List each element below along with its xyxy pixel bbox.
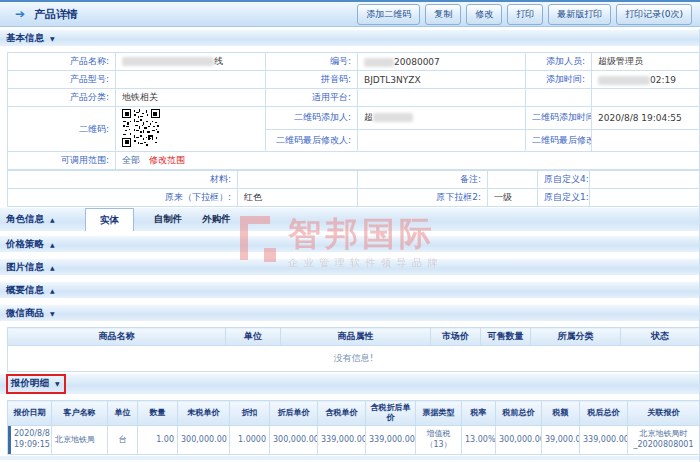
section-label-role-info: 角色信息 — [6, 213, 44, 226]
category-label: 产品分类: — [8, 89, 116, 107]
qr-added-time-label: 二维码添加时间: — [526, 107, 592, 130]
quote-invoice-type: 增值税（13） — [416, 426, 462, 455]
section-header-summary-info[interactable]: 概要信息 ▲ — [0, 281, 699, 298]
modify-scope-link[interactable]: 修改范围 — [149, 155, 185, 165]
goods-empty-row: 没有信息! — [8, 346, 700, 372]
section-header-wechat-goods[interactable]: 微信商品 ▼ — [0, 304, 699, 321]
custom1-label: 原自定义1: — [538, 189, 590, 207]
quote-col-price-excl-tax: 未税单价 — [178, 401, 230, 426]
added-time-label: 添加时间: — [526, 71, 592, 89]
quote-date: 2020/8/8 19:09:15 — [8, 426, 52, 455]
redacted-text — [364, 58, 394, 67]
quote-total-before-tax: 300,000.00 — [496, 426, 542, 455]
section-label-quote-detail: 报价明细 — [11, 377, 49, 390]
added-time-value: 02:19 — [592, 71, 700, 89]
quote-col-customer: 客户名称 — [52, 401, 108, 426]
quote-related-quote: 北京地铁局时_20200808001 — [628, 426, 700, 455]
tab-entity[interactable]: 实体 — [85, 208, 134, 231]
chevron-down-icon: ▼ — [50, 310, 55, 317]
qr-modified-by-value — [358, 129, 526, 152]
quote-table: 报价日期 客户名称 单位 数量 未税单价 折扣 折后单价 含税单价 含税折后单价… — [7, 400, 700, 455]
qr-modified-time-value — [592, 129, 700, 152]
qr-modified-by-label: 二维码最后修改人: — [266, 129, 358, 152]
bottom-strip — [0, 456, 699, 460]
qr-added-by-value: 超 — [358, 107, 526, 130]
quote-price-incl-tax: 339,000.00 — [318, 426, 366, 455]
basic-info-table-extra: 材料: 备注: 原自定义4: 原来（下拉框）: 红色 原下拉框2: 一级 原自定… — [7, 170, 700, 207]
section-header-basic-info[interactable]: 基本信息 ▼ — [0, 29, 699, 46]
empty-value-cell — [592, 89, 700, 107]
goods-header-row: 商品名称 单位 商品属性 市场价 可售数量 所属分类 状态 — [8, 328, 700, 346]
qrcode-label: 二维码: — [8, 107, 116, 152]
quote-unit-link[interactable]: 台 — [108, 426, 138, 455]
tab-self-made[interactable]: 自制件 — [144, 208, 193, 231]
quote-tax-amount: 39,000.00 — [542, 426, 580, 455]
old-dropdown-label: 原来（下拉框）: — [8, 189, 238, 207]
quote-row[interactable]: 2020/8/8 19:09:15 北京地铁局 台 1.00 300,000.0… — [8, 426, 700, 455]
section-header-price-strategy[interactable]: 价格策略 ▲ — [0, 235, 699, 252]
quote-header-row: 报价日期 客户名称 单位 数量 未税单价 折扣 折后单价 含税单价 含税折后单价… — [8, 401, 700, 426]
section-header-image-info[interactable]: 图片信息 ▲ — [0, 258, 699, 275]
quote-col-total-before-tax: 税前总价 — [496, 401, 542, 426]
quote-customer: 北京地铁局 — [52, 426, 108, 455]
redacted-text — [122, 57, 214, 66]
scope-value: 全部 修改范围 — [116, 152, 700, 170]
quote-price-incl-tax-after-discount: 339,000.00 — [366, 426, 416, 455]
quote-col-date: 报价日期 — [8, 401, 52, 426]
category-value: 地铁相关 — [116, 89, 266, 107]
qr-modified-time-label: 二维码最后修改时间: — [526, 129, 592, 152]
quote-discount: 1.0000 — [230, 426, 270, 455]
section-label-summary-info: 概要信息 — [6, 284, 44, 297]
quote-col-qty: 数量 — [138, 401, 178, 426]
toolbar: 添加二维码 复制 修改 打印 最新版打印 打印记录(0次) — [357, 4, 692, 25]
add-qrcode-button[interactable]: 添加二维码 — [357, 4, 420, 25]
quote-col-total-after-tax: 税后总价 — [580, 401, 628, 426]
print-record-button[interactable]: 打印记录(0次) — [616, 4, 692, 25]
goods-col-sellable-qty: 可售数量 — [481, 328, 531, 346]
quote-col-price-incl-tax: 含税单价 — [318, 401, 366, 426]
added-by-value: 超级管理员 — [592, 53, 700, 71]
product-name-label: 产品名称: — [8, 53, 116, 71]
material-value — [238, 171, 358, 189]
product-name-value: 线 — [116, 53, 266, 71]
quote-qty: 1.00 — [138, 426, 178, 455]
copy-button[interactable]: 复制 — [425, 4, 461, 25]
page-content: 基本信息 ▼ 产品名称: 线 编号: 20080007 添加人员: 超级管理员 … — [0, 29, 700, 462]
print-latest-button[interactable]: 最新版打印 — [548, 4, 611, 25]
goods-col-unit: 单位 — [226, 328, 281, 346]
quote-col-price-incl-tax-after-discount: 含税折后单价 — [366, 401, 416, 426]
quote-col-tax-rate: 税率 — [462, 401, 496, 426]
print-button[interactable]: 打印 — [507, 4, 543, 25]
model-value — [116, 71, 266, 89]
section-header-quote-detail[interactable]: 报价明细 ▼ — [0, 373, 699, 394]
chevron-down-icon: ▼ — [55, 380, 60, 387]
qrcode-image — [116, 107, 266, 152]
basic-info-table: 产品名称: 线 编号: 20080007 添加人员: 超级管理员 产品型号: 拼… — [7, 52, 700, 170]
quote-price-after-discount: 300,000.00 — [270, 426, 318, 455]
pinyin-value: BJDTL3NYZX — [358, 71, 526, 89]
chevron-up-icon: ▲ — [50, 241, 55, 248]
role-tab-strip: 实体 自制件 外购件 — [71, 208, 241, 231]
title-bar: ➔ 产品详情 添加二维码 复制 修改 打印 最新版打印 打印记录(0次) — [0, 0, 700, 27]
empty-label-cell — [526, 89, 592, 107]
custom4-value — [590, 171, 700, 189]
quote-col-price-after-discount: 折后单价 — [270, 401, 318, 426]
tab-purchased[interactable]: 外购件 — [192, 208, 241, 231]
no-info-text: 没有信息! — [8, 346, 700, 372]
goods-col-category: 所属分类 — [531, 328, 621, 346]
chevron-up-icon: ▲ — [50, 287, 55, 294]
quote-col-discount: 折扣 — [230, 401, 270, 426]
modify-button[interactable]: 修改 — [466, 4, 502, 25]
title-arrow-icon: ➔ — [15, 8, 25, 20]
remark-label: 备注: — [358, 171, 488, 189]
goods-col-status: 状态 — [621, 328, 700, 346]
quote-col-unit: 单位 — [108, 401, 138, 426]
chevron-up-icon: ▲ — [50, 216, 55, 223]
annotation-red-box: 报价明细 ▼ — [6, 374, 66, 394]
quote-total-after-tax: 339,000.00 — [580, 426, 628, 455]
goods-col-market-price: 市场价 — [431, 328, 481, 346]
qr-added-by-label: 二维码添加人: — [266, 107, 358, 130]
qr-added-time-value: 2020/8/8 19:04:55 — [592, 107, 700, 130]
remark-value — [488, 171, 538, 189]
section-header-role-info[interactable]: 角色信息 ▲ 实体 自制件 外购件 — [0, 207, 699, 231]
